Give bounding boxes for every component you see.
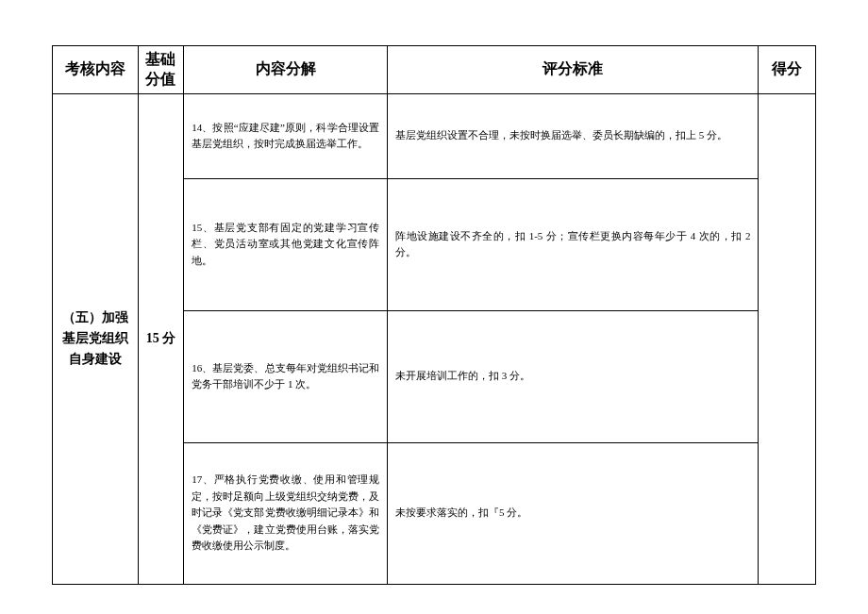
- result-cell: [759, 93, 816, 584]
- breakdown-cell: 16、基层党委、总支每年对党组织书记和党务干部培训不少于 1 次。: [184, 310, 388, 442]
- criteria-cell: 未开展培训工作的，扣 3 分。: [388, 310, 759, 442]
- category-cell: （五）加强基层党组织自身建设: [53, 93, 139, 584]
- criteria-cell: 基层党组织设置不合理，未按时换届选举、委员长期缺编的，扣上 5 分。: [388, 93, 759, 178]
- breakdown-cell: 15、基层党支部有固定的党建学习宣传栏、党员活动室或其他党建文化宣传阵地。: [184, 178, 388, 310]
- assessment-table: 考核内容 基础分值 内容分解 评分标准 得分 （五）加强基层党组织自身建设 15…: [52, 45, 816, 585]
- header-base-score: 基础分值: [138, 46, 183, 94]
- header-criteria: 评分标准: [388, 46, 759, 94]
- header-breakdown: 内容分解: [184, 46, 388, 94]
- criteria-cell: 阵地设施建设不齐全的，扣 1-5 分；宣传栏更换内容每年少于 4 次的，扣 2 …: [388, 178, 759, 310]
- table-header-row: 考核内容 基础分值 内容分解 评分标准 得分: [53, 46, 816, 94]
- table-row: （五）加强基层党组织自身建设 15 分 14、按照“应建尽建”原则，科学合理设置…: [53, 93, 816, 178]
- breakdown-cell: 17、严格执行党费收缴、使用和管理规定，按时足额向上级党组织交纳党费，及时记录《…: [184, 442, 388, 584]
- header-result: 得分: [759, 46, 816, 94]
- score-cell: 15 分: [138, 93, 183, 584]
- header-category: 考核内容: [53, 46, 139, 94]
- breakdown-cell: 14、按照“应建尽建”原则，科学合理设置基层党组织，按时完成换届选举工作。: [184, 93, 388, 178]
- criteria-cell: 未按要求落实的，扣『5 分。: [388, 442, 759, 584]
